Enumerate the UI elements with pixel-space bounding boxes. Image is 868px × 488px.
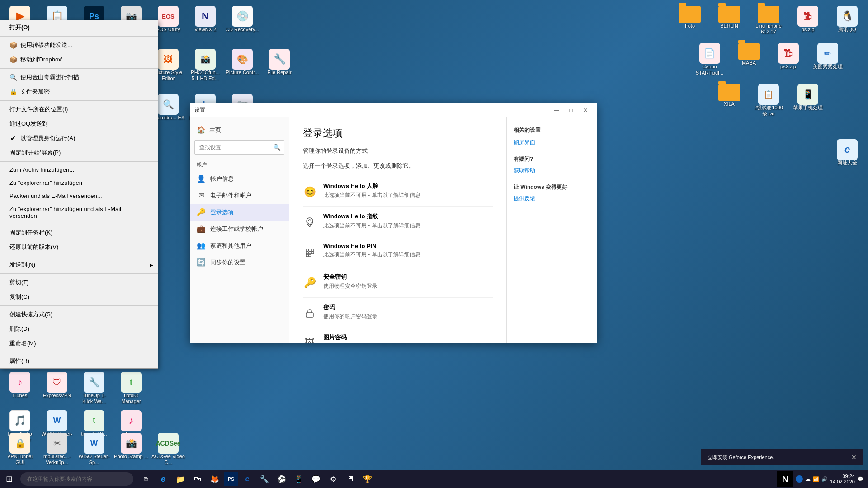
tray-icon-3[interactable]: 📶 xyxy=(813,476,819,482)
taskbar-screen[interactable]: 🖥 xyxy=(342,470,359,488)
send-to-label: 发送到(N) xyxy=(9,261,35,269)
settings-body: 🏠 主页 🔍 帐户 👤 帐户信息 ✉ 电子邮件和帐户 xyxy=(190,117,597,343)
notification-text: 立即安装 Geforce Experience. xyxy=(708,454,774,461)
context-menu-rename[interactable]: 重命名(M) xyxy=(0,336,158,351)
lock-screen-link[interactable]: 锁屏界面 xyxy=(514,139,590,146)
taskbar-chat[interactable]: 💬 xyxy=(308,470,324,488)
context-menu-scan[interactable]: 🔍 使用金山毒霸进行扫描 xyxy=(0,70,158,84)
desktop-icon-file-repair[interactable]: 🔧 File Repair xyxy=(262,45,297,81)
desktop-icon-ps2-zip[interactable]: 🗜 ps2.zip xyxy=(770,39,807,75)
close-button[interactable]: ✕ xyxy=(579,104,592,117)
settings-search-input[interactable] xyxy=(194,140,284,155)
desktop-icon-mp3direct[interactable]: ✂ mp3Direc...-Verknüp... xyxy=(39,429,75,465)
tray-clock[interactable]: 09:24 14.02.2020 xyxy=(830,474,855,484)
context-menu-encrypt[interactable]: 🔒 文件夹加密 xyxy=(0,84,158,99)
desktop-icon-ps-zip[interactable]: 🗜 ps.zip xyxy=(789,2,826,35)
desktop-icon-wiso2[interactable]: W WISO Steuer-Sp... xyxy=(76,429,112,465)
taskbar-settings[interactable]: ⚙ xyxy=(325,470,341,488)
desktop-icon-cd-recovery[interactable]: 💿 CD Recovery... xyxy=(225,2,260,38)
desktop-icon-tuneup-1click[interactable]: 🔧 TuneUp 1-Klick-Wa... xyxy=(76,368,112,404)
sidebar-item-account-info[interactable]: 👤 帐户信息 xyxy=(190,170,289,187)
taskbar-firefox[interactable]: 🦊 xyxy=(207,470,223,488)
context-menu-pin-start[interactable]: 固定到'开始'屏幕(P) xyxy=(0,145,158,160)
desktop-icon-canon-start[interactable]: 📄 Canon STARTipdf... xyxy=(691,39,728,75)
context-menu-open-location[interactable]: 打开文件所在的位置(I) xyxy=(0,102,158,117)
desktop-icon-ling-iphone[interactable]: Ling Iphone 612.07 xyxy=(750,2,787,35)
taskbar-phone[interactable]: 📱 xyxy=(291,470,307,488)
taskbar-edge[interactable]: e xyxy=(155,470,171,488)
desktop-icon-berlin[interactable]: BERLIN xyxy=(711,2,748,35)
notification-center-button[interactable]: 💬 xyxy=(857,476,863,482)
send-to-arrow: ▶ xyxy=(150,263,153,267)
get-help-link[interactable]: 获取帮助 xyxy=(514,167,590,174)
taskbar-tool1[interactable]: 🔧 xyxy=(256,470,273,488)
taskbar-game[interactable]: 🏆 xyxy=(359,470,376,488)
context-menu-run-admin[interactable]: ✔ 以管理员身份运行(A) xyxy=(0,131,158,145)
desktop-icon-foto[interactable]: Foto xyxy=(671,2,708,35)
minimize-button[interactable]: — xyxy=(550,104,563,117)
context-menu-send-dropbox[interactable]: 📦 使用转移功能发送... xyxy=(0,38,158,52)
context-menu-send-qq[interactable]: 通过QQ发送到 xyxy=(0,117,158,131)
taskbar-ie[interactable]: e xyxy=(239,470,255,488)
login-option-picture[interactable]: 🖼 图片密码 此选项当前不可用 - 单击以了解详细信息 xyxy=(303,328,493,343)
sidebar-item-login-options[interactable]: 🔑 登录选项 xyxy=(190,204,289,221)
context-menu-add-archive[interactable]: Zum Archiv hinzufügen... xyxy=(0,163,158,176)
context-menu-create-shortcut[interactable]: 创建快捷方式(S) xyxy=(0,307,158,322)
desktop-icon-meiritu[interactable]: ✏ 美图秀秀处理 xyxy=(809,39,846,75)
desktop-icon-picture-ctrl[interactable]: 🎨 Picture Contr... xyxy=(225,45,260,81)
desktop-icon-photo-stamp[interactable]: 📸 Photo Stamp ... xyxy=(113,429,149,465)
start-button[interactable]: ⊞ xyxy=(0,470,18,488)
desktop-icon-itunes[interactable]: ♪ iTunes xyxy=(2,368,38,404)
taskbar-explorer[interactable]: 📁 xyxy=(172,470,189,488)
feedback-link[interactable]: 提供反馈 xyxy=(514,195,590,202)
sidebar-item-work-school[interactable]: 💼 连接工作或学校帐户 xyxy=(190,221,289,237)
context-menu-delete[interactable]: 删除(D) xyxy=(0,322,158,336)
maximize-button[interactable]: □ xyxy=(564,104,578,117)
desktop-icon-ie[interactable]: e 网址大全 xyxy=(829,136,866,166)
context-menu-send-to[interactable]: 发送到(N) ▶ xyxy=(0,258,158,272)
taskbar-search-input[interactable] xyxy=(20,472,133,486)
login-option-face[interactable]: 😊 Windows Hello 人脸 此选项当前不可用 - 单击以了解详细信息 xyxy=(303,177,493,207)
login-option-security-key[interactable]: 🔑 安全密钥 使用物理安全密钥登录 xyxy=(303,267,493,298)
context-menu-restore[interactable]: 还原以前的版本(V) xyxy=(0,240,158,254)
login-option-pin[interactable]: Windows Hello PIN 此选项当前不可用 - 单击以了解详细信息 xyxy=(303,237,493,267)
tray-icon-2[interactable]: ☁ xyxy=(805,476,811,482)
login-option-password[interactable]: 密码 使用你的帐户密码登录 xyxy=(303,298,493,328)
desktop-icon-tencent-qq[interactable]: 🐧 腾讯QQ xyxy=(829,2,866,35)
tray-icon-4[interactable]: 🔊 xyxy=(821,476,828,482)
login-option-fingerprint[interactable]: Windows Hello 指纹 此选项当前不可用 - 单击以了解详细信息 xyxy=(303,207,493,237)
context-menu-pin-taskbar[interactable]: 固定到任务栏(K) xyxy=(0,225,158,240)
cut-label: 剪切(T) xyxy=(9,278,29,286)
n-tray-icon[interactable]: N xyxy=(777,471,793,487)
context-menu-open[interactable]: 打开(O) xyxy=(0,20,158,35)
sidebar-item-sync[interactable]: 🔄 同步你的设置 xyxy=(190,254,289,271)
context-menu-cut[interactable]: 剪切(T) xyxy=(0,275,158,290)
desktop-icon-2style[interactable]: 📋 2级试卷1000条.rar xyxy=(750,80,787,117)
desktop-icon-maba[interactable]: MABA xyxy=(731,39,768,75)
desktop-icon-vpntunnel[interactable]: 🔒 VPNTunnel GUI xyxy=(2,429,38,465)
settings-home-link[interactable]: 🏠 主页 xyxy=(190,122,289,138)
notification-close-button[interactable]: ✕ xyxy=(851,454,857,461)
sidebar-item-email[interactable]: ✉ 电子邮件和帐户 xyxy=(190,187,289,204)
desktop-icon-xila[interactable]: XILA xyxy=(711,80,748,117)
taskbar-task-view[interactable]: ⧉ xyxy=(138,470,154,488)
context-menu-properties[interactable]: 属性(R) xyxy=(0,354,158,368)
context-menu-pack-email[interactable]: Packen und als E-Mail versenden... xyxy=(0,189,158,202)
desktop-icon-expressvpn[interactable]: 🛡 ExpressVPN xyxy=(39,368,75,404)
context-menu-sep4 xyxy=(0,161,158,162)
desktop-icon-acdsee[interactable]: ACDSee ACDSee Video C... xyxy=(151,429,186,465)
desktop-icon-tiptoi[interactable]: t tiptoi® Manager xyxy=(113,368,149,404)
context-menu-add-explorer-email[interactable]: Zu "explorer.rar" hinzufügen und als E-M… xyxy=(0,202,158,222)
context-menu-add-explorer-rar[interactable]: Zu "explorer.rar" hinzufügen xyxy=(0,176,158,189)
context-menu-move-dropbox[interactable]: 📦 移动到'Dropbox' xyxy=(0,52,158,67)
desktop-icon-phototfu[interactable]: 📸 PHOTOfun... 5.1 HD Ed... xyxy=(188,45,223,81)
context-menu-copy[interactable]: 复制(C) xyxy=(0,290,158,304)
tray-icon-1[interactable] xyxy=(796,475,803,483)
taskbar-football[interactable]: ⚽ xyxy=(274,470,290,488)
taskbar-store[interactable]: 🛍 xyxy=(189,470,206,488)
desktop-icon-viewnx[interactable]: N ViewNX 2 xyxy=(188,2,223,38)
taskbar-powershell[interactable]: PS xyxy=(224,472,238,486)
password-title: 密码 xyxy=(323,303,377,311)
sidebar-item-family[interactable]: 👥 家庭和其他用户 xyxy=(190,237,289,254)
desktop-icon-apple-phone[interactable]: 📱 苹果手机处理 xyxy=(789,80,826,117)
